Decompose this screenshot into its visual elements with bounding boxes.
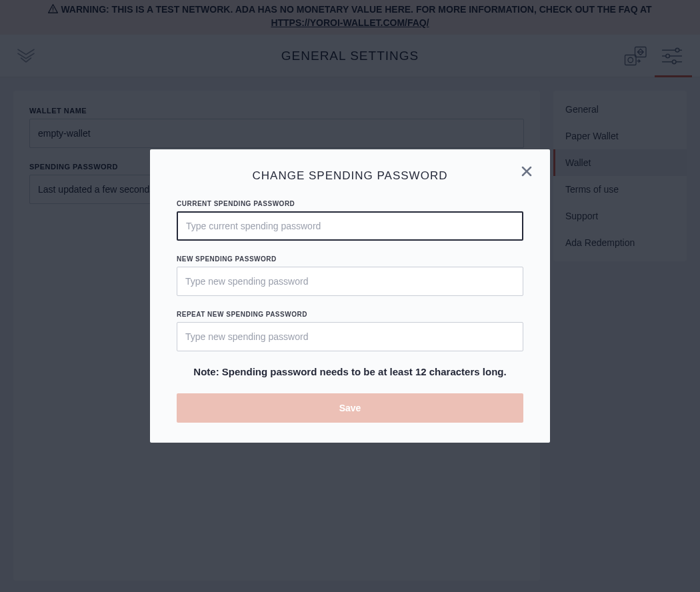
new-password-label: NEW SPENDING PASSWORD (177, 255, 523, 263)
repeat-password-label: REPEAT NEW SPENDING PASSWORD (177, 311, 523, 318)
repeat-password-input[interactable] (177, 322, 523, 351)
password-length-note: Note: Spending password needs to be at l… (177, 366, 523, 377)
modal-overlay[interactable]: CHANGE SPENDING PASSWORD CURRENT SPENDIN… (0, 0, 700, 592)
modal-title: CHANGE SPENDING PASSWORD (177, 169, 523, 183)
current-password-label: CURRENT SPENDING PASSWORD (177, 200, 523, 207)
new-password-input[interactable] (177, 267, 523, 296)
change-password-modal: CHANGE SPENDING PASSWORD CURRENT SPENDIN… (150, 149, 550, 443)
close-icon[interactable] (519, 164, 534, 179)
current-password-input[interactable] (177, 211, 523, 241)
save-button[interactable]: Save (177, 393, 523, 423)
